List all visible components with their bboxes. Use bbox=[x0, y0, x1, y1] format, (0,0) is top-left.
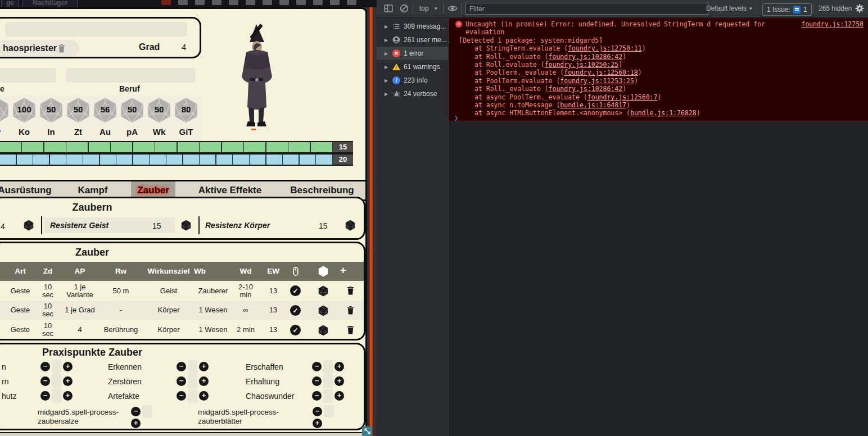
grad-value[interactable]: 4 bbox=[182, 42, 186, 52]
roll-spell-die-icon[interactable] bbox=[318, 305, 329, 316]
minus-button[interactable]: − bbox=[313, 407, 322, 416]
window-toolbar-icon[interactable] bbox=[279, 0, 289, 5]
stack-link[interactable]: foundry.js:10286:42 bbox=[549, 53, 623, 61]
spell-row[interactable]: Geste 10 sec 1 je Grad - Körper 1 Wesen … bbox=[0, 301, 365, 320]
window-toolbar-icon[interactable] bbox=[263, 0, 272, 5]
minus-button[interactable]: − bbox=[177, 376, 186, 386]
plus-button[interactable]: + bbox=[199, 362, 209, 371]
praxis-value-field[interactable] bbox=[323, 389, 333, 403]
roll-resistenz-geist-die-icon[interactable] bbox=[180, 220, 192, 231]
attribute-die-au[interactable]: 56 bbox=[92, 96, 119, 124]
name-input[interactable] bbox=[5, 22, 187, 37]
stack-link[interactable]: foundry.js:11253:25 bbox=[560, 77, 634, 85]
sidebar-item-info[interactable]: ▶ i 223 info bbox=[377, 74, 448, 87]
praxis-value-field[interactable] bbox=[188, 360, 197, 374]
window-toolbar-icon[interactable] bbox=[246, 0, 255, 5]
attribute-die-git[interactable]: 80 bbox=[173, 96, 200, 124]
delete-class-icon[interactable] bbox=[57, 43, 66, 53]
attribute-die-ko[interactable]: 100 bbox=[11, 96, 38, 124]
window-toolbar-icon[interactable] bbox=[195, 0, 205, 5]
minus-button[interactable]: − bbox=[40, 376, 50, 386]
cast-check-button[interactable]: ✓ bbox=[290, 285, 301, 296]
plus-button[interactable]: + bbox=[63, 376, 73, 386]
attribute-die-in[interactable]: 50 bbox=[38, 96, 65, 124]
stack-link[interactable]: bundle.js:1:76828 bbox=[630, 109, 697, 117]
scene-tab[interactable]: ge bbox=[1, 0, 19, 7]
attribute-die-wk[interactable]: 50 bbox=[146, 96, 173, 124]
scene-tab-nachtlager[interactable]: Nachtlager bbox=[22, 0, 78, 7]
stack-link[interactable]: foundry.js:12750:11 bbox=[568, 44, 642, 52]
stack-link[interactable]: foundry.js:10250:25 bbox=[545, 61, 619, 69]
delete-spell-icon[interactable] bbox=[346, 325, 355, 335]
console-sidebar-toggle-icon[interactable] bbox=[383, 3, 394, 13]
clear-console-icon[interactable] bbox=[399, 3, 409, 13]
expand-arrow-icon[interactable]: ▶ bbox=[385, 92, 389, 97]
window-toolbar-icon[interactable] bbox=[313, 0, 323, 5]
expand-arrow-icon[interactable]: ▶ bbox=[385, 38, 389, 43]
sidebar-item-user-messages[interactable]: ▶ 261 user me... bbox=[377, 33, 448, 47]
plus-button[interactable]: + bbox=[199, 376, 209, 386]
window-toolbar-icon[interactable] bbox=[161, 0, 171, 5]
sidebar-item-messages[interactable]: ▶ 309 messag... bbox=[377, 20, 448, 33]
attribute-die-zt[interactable]: 50 bbox=[65, 96, 92, 124]
character-portrait[interactable] bbox=[233, 23, 280, 131]
stack-link[interactable]: foundry.js:12560:7 bbox=[587, 93, 658, 101]
log-levels-selector[interactable]: Default levels bbox=[706, 0, 747, 17]
praxis-value-field[interactable] bbox=[188, 389, 197, 403]
add-spell-button[interactable]: + bbox=[340, 265, 346, 276]
window-toolbar-icon[interactable] bbox=[296, 0, 306, 5]
filter-input[interactable] bbox=[465, 3, 708, 15]
window-toolbar-icon[interactable] bbox=[178, 0, 188, 5]
plus-button[interactable]: + bbox=[131, 419, 141, 428]
spell-row[interactable]: Geste 10 sec 4 Berührung Körper 1 Wesen … bbox=[0, 320, 365, 340]
cast-check-button[interactable]: ✓ bbox=[290, 305, 301, 316]
minus-button[interactable]: − bbox=[40, 391, 50, 401]
stack-link[interactable]: bundle.js:1:64817 bbox=[560, 101, 626, 109]
stack-link[interactable]: foundry.js:10286:42 bbox=[549, 85, 623, 93]
console-prompt[interactable]: ❯ bbox=[454, 114, 458, 122]
plus-button[interactable]: + bbox=[63, 391, 73, 401]
plus-button[interactable]: + bbox=[334, 362, 344, 371]
praxis-value-field[interactable] bbox=[323, 360, 333, 374]
window-toolbar-icon[interactable] bbox=[347, 0, 356, 5]
race-input[interactable] bbox=[0, 68, 56, 83]
resize-handle[interactable] bbox=[362, 426, 372, 436]
minus-button[interactable]: − bbox=[312, 376, 322, 386]
context-selector[interactable]: top bbox=[419, 0, 429, 17]
roll-spell-die-icon[interactable] bbox=[318, 325, 329, 336]
minus-button[interactable]: − bbox=[177, 362, 186, 371]
expand-arrow-icon[interactable]: ▶ bbox=[385, 78, 389, 83]
settings-gear-icon[interactable] bbox=[855, 3, 865, 13]
window-toolbar-icon[interactable] bbox=[212, 0, 221, 5]
praxis-value-field[interactable] bbox=[188, 374, 197, 388]
minus-button[interactable]: − bbox=[177, 391, 186, 401]
sidebar-item-verbose[interactable]: ▶ 24 verbose bbox=[377, 87, 448, 101]
spell-row[interactable]: Geste 10 sec 1 je Variante 50 m Geist Za… bbox=[0, 281, 365, 301]
roll-resistenz-koerper-die-icon[interactable] bbox=[345, 220, 356, 231]
praxis-value-field[interactable] bbox=[323, 374, 333, 388]
delete-spell-icon[interactable] bbox=[346, 285, 355, 296]
expand-arrow-icon[interactable]: ▶ bbox=[385, 65, 389, 70]
roll-spell-die-icon[interactable] bbox=[318, 285, 329, 297]
plus-button[interactable]: + bbox=[334, 376, 344, 386]
praxis-value-field[interactable] bbox=[52, 389, 61, 403]
window-toolbar-icon[interactable] bbox=[229, 0, 238, 5]
praxis-value-field[interactable] bbox=[52, 360, 61, 374]
source-link[interactable]: foundry.js:12750 bbox=[801, 20, 864, 37]
sidebar-item-errors[interactable]: ▶ ✕ 1 error bbox=[377, 47, 448, 60]
cast-check-button[interactable]: ✓ bbox=[290, 325, 301, 335]
expand-arrow-icon[interactable]: ▶ bbox=[385, 51, 389, 56]
praxis-value-field[interactable] bbox=[52, 374, 61, 388]
stack-link[interactable]: foundry.js:12560:18 bbox=[564, 69, 638, 76]
minus-button[interactable]: − bbox=[312, 391, 322, 401]
praxis-value-field[interactable] bbox=[324, 405, 334, 417]
plus-button[interactable]: + bbox=[63, 362, 73, 371]
delete-spell-icon[interactable] bbox=[346, 305, 355, 315]
plus-button[interactable]: + bbox=[313, 419, 322, 428]
eye-icon[interactable] bbox=[447, 3, 458, 13]
minus-button[interactable]: − bbox=[131, 407, 141, 416]
roll-zaubern-die-icon[interactable] bbox=[23, 220, 34, 231]
minus-button[interactable]: − bbox=[40, 362, 50, 371]
attribute-die-pa[interactable]: 50 bbox=[119, 96, 146, 124]
plus-button[interactable]: + bbox=[199, 391, 209, 401]
